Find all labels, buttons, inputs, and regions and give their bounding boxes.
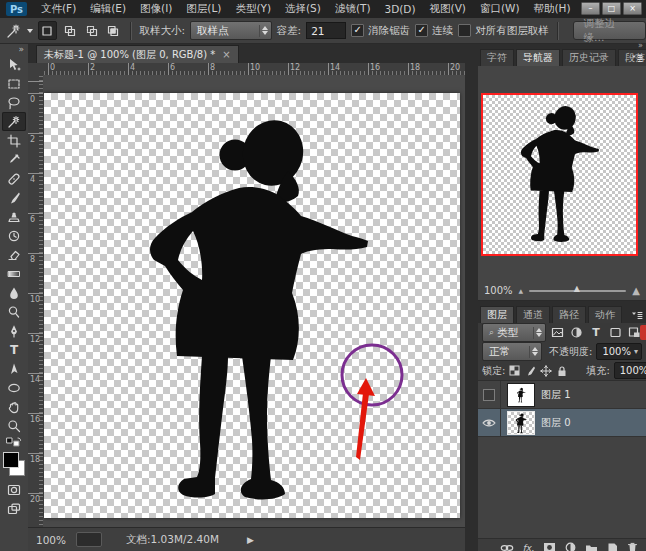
lock-transparency-icon[interactable] — [509, 363, 520, 379]
eraser-tool[interactable] — [2, 245, 26, 264]
shape-tool[interactable] — [2, 378, 26, 397]
link-layers-icon[interactable] — [500, 544, 514, 551]
move-tool[interactable] — [2, 55, 26, 74]
tab-navigator[interactable]: 导航器 — [516, 49, 560, 66]
pasteboard[interactable] — [43, 75, 465, 527]
foreground-color-swatch[interactable] — [3, 452, 19, 468]
tab-actions[interactable]: 动作 — [588, 306, 622, 323]
minimize-button[interactable]: – — [581, 2, 600, 15]
contiguous-option[interactable]: ✓ 连续 — [415, 24, 453, 38]
gradient-tool[interactable] — [2, 264, 26, 283]
filter-adjustment-layers-icon[interactable] — [569, 325, 584, 341]
foreground-background-swatches[interactable] — [3, 452, 25, 476]
document-canvas[interactable] — [44, 93, 460, 518]
visibility-toggle[interactable] — [478, 409, 501, 436]
layer-thumbnail[interactable] — [507, 383, 535, 407]
maximize-button[interactable]: □ — [602, 2, 621, 15]
layer-style-icon[interactable]: fx. — [523, 543, 534, 551]
sample-size-dropdown[interactable]: 取样点 — [190, 21, 271, 40]
hand-tool[interactable] — [2, 397, 26, 416]
zoom-level-field[interactable]: 100% — [36, 534, 66, 546]
opacity-value-box[interactable]: 100% ▾ — [596, 343, 642, 360]
clone-stamp-tool[interactable] — [2, 207, 26, 226]
vertical-ruler[interactable]: 0 2 4 6 8 10 12 14 16 18 20 — [28, 75, 44, 527]
filter-type-layers-icon[interactable]: T — [588, 325, 603, 341]
sample-all-layers-checkbox[interactable] — [458, 24, 471, 37]
navigator-preview[interactable] — [481, 93, 638, 256]
panel-menu-icon[interactable] — [631, 311, 643, 320]
add-to-selection-button[interactable] — [62, 22, 79, 39]
dock-collapse-icon[interactable]: » — [638, 41, 643, 50]
dodge-tool[interactable] — [2, 302, 26, 321]
delete-layer-icon[interactable] — [627, 542, 638, 551]
swap-colors-icon[interactable] — [2, 435, 26, 449]
slider-thumb-icon[interactable]: ▲ — [574, 284, 580, 293]
subtract-from-selection-button[interactable] — [83, 22, 100, 39]
tool-preset-caret-icon[interactable] — [27, 29, 33, 33]
layer-name[interactable]: 图层 0 — [541, 416, 571, 430]
tab-channels[interactable]: 通道 — [516, 306, 550, 323]
rectangular-marquee-tool[interactable] — [2, 74, 26, 93]
zoom-out-mountain-icon[interactable]: ▲ — [519, 287, 524, 294]
spot-healing-brush-tool[interactable] — [2, 169, 26, 188]
filter-shape-layers-icon[interactable] — [608, 325, 623, 341]
menu-filter[interactable]: 滤镜(T) — [328, 0, 378, 18]
lock-all-icon[interactable] — [556, 363, 568, 379]
add-layer-mask-icon[interactable] — [543, 542, 556, 551]
toolbar-collapse-icon[interactable]: » — [0, 44, 28, 55]
navigator-zoom-slider[interactable]: ▲ — [529, 290, 626, 292]
magic-wand-tool[interactable] — [2, 112, 26, 131]
visibility-toggle[interactable] — [478, 381, 501, 408]
path-selection-tool[interactable] — [2, 359, 26, 378]
tab-paths[interactable]: 路径 — [552, 306, 586, 323]
sample-all-layers-option[interactable]: 对所有图层取样 — [458, 24, 549, 38]
menu-3d[interactable]: 3D(D) — [377, 1, 422, 17]
menu-image[interactable]: 图像(I) — [133, 0, 179, 18]
anti-alias-checkbox[interactable]: ✓ — [351, 24, 364, 37]
layer-row-0[interactable]: 图层 0 — [478, 409, 646, 437]
status-proxy-box[interactable] — [76, 532, 102, 547]
new-group-icon[interactable] — [585, 543, 598, 551]
filter-type-dropdown[interactable]: ⌕ 类型 — [482, 323, 546, 342]
status-options-arrow-icon[interactable]: ▶ — [247, 535, 254, 545]
tab-history[interactable]: 历史记录 — [562, 49, 616, 66]
fill-value-box[interactable]: 100% ▾ — [614, 362, 646, 379]
filter-pixel-layers-icon[interactable] — [550, 325, 565, 341]
intersect-selection-button[interactable] — [105, 22, 122, 39]
zoom-in-mountain-icon[interactable]: ▲ — [632, 285, 640, 296]
blend-mode-dropdown[interactable]: 正常 — [482, 342, 542, 361]
menu-select[interactable]: 选择(S) — [278, 0, 328, 18]
menu-layer[interactable]: 图层(L) — [179, 0, 228, 18]
pen-tool[interactable] — [2, 321, 26, 340]
lasso-tool[interactable] — [2, 93, 26, 112]
layer-name[interactable]: 图层 1 — [541, 388, 571, 402]
tab-character[interactable]: 字符 — [480, 49, 514, 66]
filter-on-off-toggle[interactable] — [640, 325, 646, 340]
eyedropper-tool[interactable] — [2, 150, 26, 169]
new-layer-icon[interactable] — [607, 542, 618, 551]
brush-tool[interactable] — [2, 188, 26, 207]
zoom-tool[interactable] — [2, 416, 26, 435]
magic-wand-icon[interactable] — [6, 23, 22, 39]
menu-view[interactable]: 视图(V) — [423, 0, 473, 18]
contiguous-checkbox[interactable]: ✓ — [415, 24, 428, 37]
type-tool[interactable]: T — [2, 340, 26, 359]
menu-window[interactable]: 窗口(W) — [473, 0, 527, 18]
crop-tool[interactable] — [2, 131, 26, 150]
document-tab[interactable]: 未标题-1 @ 100% (图层 0, RGB/8) * × — [36, 45, 239, 63]
menu-help[interactable]: 帮助(H) — [527, 0, 578, 18]
tab-layers[interactable]: 图层 — [480, 306, 514, 323]
anti-alias-option[interactable]: ✓ 消除锯齿 — [351, 24, 410, 38]
screen-mode-button[interactable] — [2, 499, 26, 518]
layer-row-1[interactable]: 图层 1 — [478, 381, 646, 409]
refine-edge-button[interactable]: 调整边缘… — [573, 21, 646, 40]
history-brush-tool[interactable] — [2, 226, 26, 245]
blur-tool[interactable] — [2, 283, 26, 302]
menu-file[interactable]: 文件(F) — [34, 0, 83, 18]
tolerance-input[interactable] — [306, 22, 346, 39]
lock-position-icon[interactable] — [540, 363, 552, 379]
layer-thumbnail[interactable] — [507, 411, 535, 435]
menu-type[interactable]: 类型(Y) — [228, 0, 278, 18]
lock-pixels-icon[interactable] — [524, 363, 536, 379]
navigator-zoom-value[interactable]: 100% — [484, 285, 513, 296]
